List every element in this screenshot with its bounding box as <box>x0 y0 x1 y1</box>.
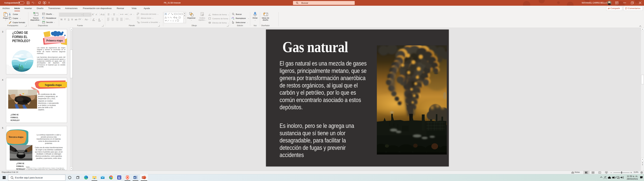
svg-text:Primera etapa: Primera etapa <box>46 39 63 42</box>
svg-text:A: A <box>165 13 166 15</box>
svg-text:W: W <box>134 177 136 179</box>
svg-text:Segunda etapa: Segunda etapa <box>45 84 62 86</box>
svg-text:P: P <box>142 176 144 178</box>
svg-text:Tercera etapa: Tercera etapa <box>8 136 23 138</box>
svg-text:c: c <box>234 18 234 20</box>
